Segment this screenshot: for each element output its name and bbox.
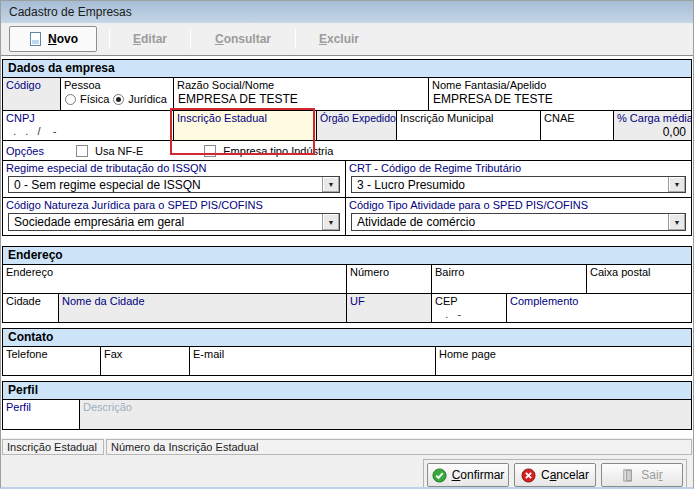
cep-label: CEP: [432, 294, 506, 308]
footer-button-panel: Confirmar Cancelar Sair: [423, 459, 687, 489]
descricao-field[interactable]: Descrição: [79, 400, 691, 429]
email-label: E-mail: [190, 347, 435, 361]
section-header-dados: Dados da empresa: [3, 60, 691, 77]
issqn-selected-value: 0 - Sem regime especial de ISSQN: [9, 178, 322, 192]
descricao-placeholder: Descrição: [80, 400, 691, 414]
toolbar-separator: [109, 29, 110, 49]
status-bar: Inscrição Estadual Número da Inscrição E…: [1, 438, 693, 456]
excluir-button[interactable]: Excluir: [308, 26, 370, 52]
caixa-postal-label: Caixa postal: [587, 265, 691, 279]
inscricao-municipal-field[interactable]: Inscrição Municipal: [396, 111, 540, 140]
main-toolbar: Novo Editar Consultar Excluir: [1, 23, 693, 56]
new-document-icon: [28, 31, 43, 47]
toolbar-separator: [295, 29, 296, 49]
razao-social-field[interactable]: Razão Social/Nome EMPRESA DE TESTE: [173, 78, 428, 110]
complemento-field[interactable]: Complemento: [506, 294, 691, 322]
editar-button-label: Editar: [133, 32, 167, 46]
endereco-row-2: Cidade Nome da Cidade UF CEP . - Complem…: [3, 293, 691, 322]
cnpj-field[interactable]: CNPJ . . / -: [3, 111, 173, 140]
fax-label: Fax: [101, 347, 189, 361]
orgao-expedidor-field[interactable]: Órgão Expedidor: [316, 111, 396, 140]
section-perfil: Perfil Perfil Descrição: [2, 381, 692, 430]
opcoes-label: Opções: [3, 144, 60, 158]
crt-selected-value: 3 - Lucro Presumido: [352, 178, 668, 192]
nome-fantasia-field[interactable]: Nome Fantasia/Apelido EMPRESA DE TESTE: [428, 78, 691, 110]
nome-cidade-placeholder: Nome da Cidade: [59, 294, 346, 308]
caixa-postal-field[interactable]: Caixa postal: [586, 265, 691, 293]
novo-button[interactable]: Novo: [9, 26, 97, 52]
nome-cidade-field[interactable]: Nome da Cidade: [58, 294, 346, 322]
excluir-button-label: Excluir: [319, 32, 359, 46]
consultar-button[interactable]: Consultar: [203, 26, 283, 52]
natureza-juridica-group: Código Natureza Jurídica para o SPED PIS…: [3, 198, 345, 235]
dropdown-arrow-icon[interactable]: ▼: [668, 214, 685, 230]
endereco-field[interactable]: Endereço: [3, 265, 346, 293]
carga-media-field[interactable]: % Carga média 0,00: [613, 111, 691, 140]
editar-button[interactable]: Editar: [122, 26, 178, 52]
toolbar-separator: [190, 29, 191, 49]
tipo-atividade-label: Código Tipo Atividade para o SPED PIS/CO…: [346, 198, 691, 212]
cnpj-mask: . . / -: [3, 125, 173, 137]
confirmar-button-label: Confirmar: [452, 468, 505, 482]
contato-row: Telefone Fax E-mail Home page: [3, 346, 691, 375]
cnae-label: CNAE: [541, 111, 613, 125]
complemento-label: Complemento: [507, 294, 691, 308]
dropdown-arrow-icon[interactable]: ▼: [668, 177, 685, 192]
dados-row-sped: Código Natureza Jurídica para o SPED PIS…: [3, 197, 691, 235]
tipo-atividade-combobox[interactable]: Atividade de comércio ▼: [351, 213, 686, 231]
perfil-field[interactable]: Perfil: [3, 400, 79, 429]
cadastro-empresas-window: Cadastro de Empresas Novo Editar Consult…: [0, 0, 694, 489]
dropdown-arrow-icon[interactable]: ▼: [322, 177, 339, 192]
issqn-combobox[interactable]: 0 - Sem regime especial de ISSQN ▼: [8, 176, 340, 193]
tipo-atividade-selected-value: Atividade de comércio: [352, 215, 668, 229]
fax-field[interactable]: Fax: [100, 347, 189, 375]
consultar-button-label: Consultar: [215, 32, 271, 46]
dados-row-regimes: Regime especial de tributação do ISSQN 0…: [3, 160, 691, 197]
uf-field[interactable]: UF: [346, 294, 431, 322]
numero-label: Número: [347, 265, 431, 279]
issqn-label: Regime especial de tributação do ISSQN: [3, 161, 345, 175]
homepage-field[interactable]: Home page: [435, 347, 691, 375]
section-dados-empresa: Dados da empresa Código Pessoa Física Ju…: [2, 59, 692, 236]
crt-combobox[interactable]: 3 - Lucro Presumido ▼: [351, 176, 686, 193]
carga-media-label: % Carga média: [614, 111, 691, 125]
natureza-juridica-combobox[interactable]: Sociedade empresária em geral ▼: [8, 213, 340, 231]
dados-row-2: CNPJ . . / - Inscrição Estadual Órgão Ex…: [3, 110, 691, 140]
usa-nfe-checkbox[interactable]: [76, 145, 88, 157]
email-field[interactable]: E-mail: [189, 347, 435, 375]
confirmar-button[interactable]: Confirmar: [427, 463, 509, 487]
sair-button[interactable]: Sair: [601, 463, 683, 487]
bairro-field[interactable]: Bairro: [431, 265, 586, 293]
bairro-label: Bairro: [432, 265, 586, 279]
section-header-perfil: Perfil: [3, 382, 691, 399]
usa-nfe-label: Usa NF-E: [92, 144, 146, 158]
dados-row-opcoes: Opções Usa NF-E Empresa tipo Indústria: [3, 140, 691, 160]
endereco-label: Endereço: [3, 265, 346, 279]
cidade-field[interactable]: Cidade: [3, 294, 58, 322]
numero-field[interactable]: Número: [346, 265, 431, 293]
fisica-radio[interactable]: [65, 94, 76, 105]
cnae-field[interactable]: CNAE: [540, 111, 613, 140]
empresa-industria-label: Empresa tipo Indústria: [220, 144, 336, 158]
juridica-radio[interactable]: [113, 94, 124, 105]
telefone-field[interactable]: Telefone: [3, 347, 100, 375]
nome-fantasia-label: Nome Fantasia/Apelido: [429, 78, 691, 92]
inscricao-estadual-field[interactable]: Inscrição Estadual: [173, 111, 316, 140]
issqn-group: Regime especial de tributação do ISSQN 0…: [3, 161, 345, 197]
cancel-x-icon: [521, 468, 536, 483]
codigo-label: Código: [3, 78, 60, 92]
carga-media-value: 0,00: [614, 125, 691, 139]
perfil-label: Perfil: [3, 400, 79, 414]
codigo-field[interactable]: Código: [3, 78, 60, 110]
novo-button-label: Novo: [48, 32, 78, 46]
empresa-industria-checkbox[interactable]: [204, 145, 216, 157]
sair-button-label: Sair: [641, 468, 662, 482]
footer-bar: Confirmar Cancelar Sair: [1, 456, 693, 487]
tipo-atividade-group: Código Tipo Atividade para o SPED PIS/CO…: [345, 198, 691, 235]
status-field-hint: Número da Inscrição Estadual: [106, 439, 692, 455]
dropdown-arrow-icon[interactable]: ▼: [322, 214, 339, 230]
telefone-label: Telefone: [3, 347, 100, 361]
cep-field[interactable]: CEP . -: [431, 294, 506, 322]
pessoa-label: Pessoa: [61, 78, 173, 92]
cancelar-button[interactable]: Cancelar: [514, 463, 596, 487]
